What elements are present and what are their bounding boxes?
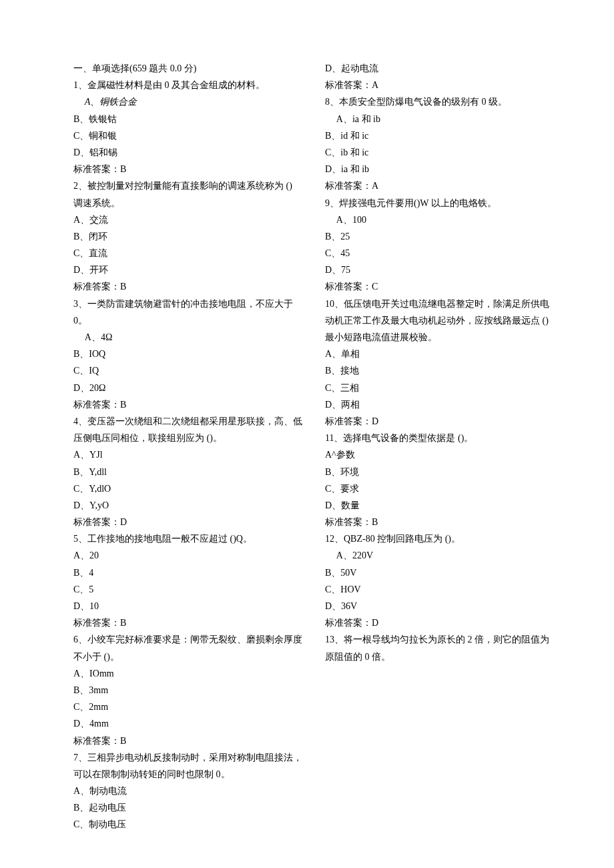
option: B、环境: [325, 464, 554, 480]
option: A、4Ω: [73, 329, 302, 346]
option: A、YJl: [73, 446, 302, 463]
option: D、铝和锡: [73, 144, 302, 161]
option: C、45: [325, 245, 554, 262]
option: A、100: [325, 211, 554, 228]
answer-line: 标准答案：B: [73, 396, 302, 413]
question-stem: 8、本质安全型防爆电气设备的级别有 0 级。: [325, 93, 554, 110]
question-stem: 6、小绞车完好标准要求是：闸带无裂纹、磨损剩余厚度不小于 ()。: [73, 631, 302, 665]
option: C、直流: [73, 245, 302, 262]
answer-line: 标准答案：D: [73, 514, 302, 530]
question-stem: 5、工作接地的接地电阻一般不应超过 ()Q。: [73, 530, 302, 547]
option: B、id 和 ic: [325, 127, 554, 144]
question-stem: 3、一类防雷建筑物避雷针的冲击接地电阻，不应大于 0。: [73, 296, 302, 329]
option: C、HOV: [325, 581, 554, 598]
option: B、起动电压: [73, 799, 302, 816]
option: C、三相: [325, 380, 554, 396]
option: A^参数: [325, 446, 554, 463]
question-stem: 1、金属磁性材料是由 0 及其合金组成的材料。: [73, 77, 302, 93]
option: D、开环: [73, 262, 302, 278]
answer-line: 标准答案：D: [325, 413, 554, 430]
answer-line: 标准答案：D: [325, 614, 554, 631]
option: C、IQ: [73, 362, 302, 379]
question-stem: 10、低压馈电开关过电流继电器整定时，除满足所供电动机正常工作及最大电动机起动外…: [325, 296, 554, 346]
option: D、36V: [325, 598, 554, 614]
option: B、4: [73, 564, 302, 581]
option: B、Y,dll: [73, 464, 302, 480]
option: C、Y,dlO: [73, 480, 302, 497]
option: C、铜和银: [73, 127, 302, 144]
option: D、数量: [325, 497, 554, 514]
option: C、要求: [325, 480, 554, 497]
section-header: 一、单项选择(659 题共 0.0 分): [73, 60, 302, 77]
option: C、ib 和 ic: [325, 144, 554, 161]
option: D、75: [325, 262, 554, 278]
option: A、铜铁合金: [73, 93, 302, 110]
option: D、两相: [325, 396, 554, 413]
option: D、20Ω: [73, 380, 302, 396]
option: D、4mm: [73, 715, 302, 732]
question-stem: 12、QBZ-80 控制回路电压为 ()。: [325, 530, 554, 547]
option: A、ia 和 ib: [325, 111, 554, 127]
option: B、IOQ: [73, 346, 302, 362]
answer-line: 标准答案：B: [73, 278, 302, 295]
question-stem: 7、三相异步电动机反接制动时，采用对称制电阻接法，可以在限制制动转矩的同时也限制…: [73, 749, 302, 783]
option: B、25: [325, 228, 554, 245]
option: A、IOmm: [73, 665, 302, 682]
option: D、ia 和 ib: [325, 161, 554, 177]
option: B、铁银钴: [73, 111, 302, 127]
option: D、10: [73, 598, 302, 614]
option: D、Y,yO: [73, 497, 302, 514]
option: B、闭环: [73, 228, 302, 245]
option: D、起动电流: [325, 60, 554, 77]
option: A、制动电流: [73, 783, 302, 799]
question-stem: 9、焊接强电元件要用()W 以上的电烙铁。: [325, 195, 554, 211]
answer-line: 标准答案：A: [325, 177, 554, 194]
option: C、2mm: [73, 699, 302, 715]
option: A、单相: [325, 346, 554, 362]
question-stem: 2、被控制量对控制量能有直接影响的调速系统称为 () 调速系统。: [73, 177, 302, 211]
option: C、5: [73, 581, 302, 598]
option: A、220V: [325, 547, 554, 564]
option: A、交流: [73, 211, 302, 228]
question-stem: 4、变压器一次绕组和二次绕组都采用星形联接，高、低压侧电压同相位，联接组别应为 …: [73, 413, 302, 446]
answer-line: 标准答案：A: [325, 77, 554, 93]
answer-line: 标准答案：B: [325, 514, 554, 530]
answer-line: 标准答案：B: [73, 161, 302, 177]
option: B、接地: [325, 362, 554, 379]
answer-line: 标准答案：C: [325, 278, 554, 295]
option: B、3mm: [73, 682, 302, 699]
question-stem: 13、将一根导线均匀拉长为原长的 2 倍，则它的阻值为原阻值的 0 倍。: [325, 631, 554, 665]
answer-line: 标准答案：B: [73, 614, 302, 631]
option: B、50V: [325, 564, 554, 581]
answer-line: 标准答案：B: [73, 733, 302, 749]
question-stem: 11、选择电气设备的类型依据是 ()。: [325, 430, 554, 446]
option: C、制动电压: [73, 816, 302, 833]
option: A、20: [73, 547, 302, 564]
